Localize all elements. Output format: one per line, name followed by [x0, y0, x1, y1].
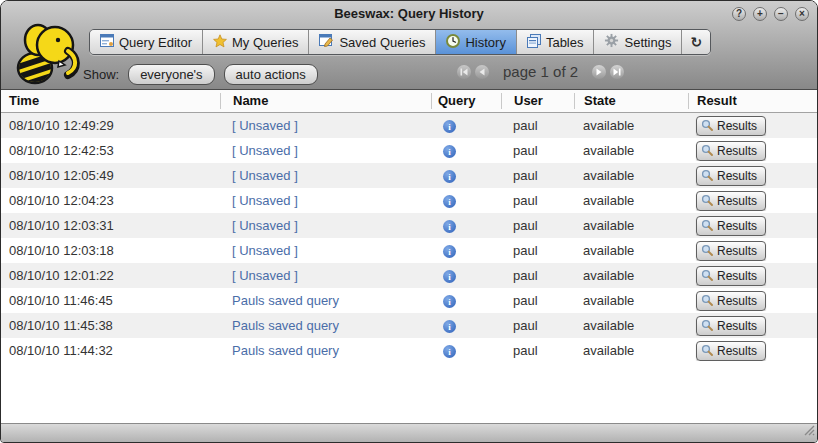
table-row: 08/10/10 12:05:49 [ Unsaved ] i paul ava…: [1, 163, 817, 188]
first-page-icon[interactable]: [457, 65, 471, 79]
table-row: 08/10/10 11:44:32 Pauls saved query i pa…: [1, 338, 817, 363]
tab-label: Query Editor: [119, 35, 192, 50]
results-button[interactable]: Results: [696, 291, 766, 311]
resize-grip-icon[interactable]: [802, 422, 815, 440]
query-name-link[interactable]: Pauls saved query: [232, 293, 339, 308]
prev-page-icon[interactable]: [475, 65, 489, 79]
results-button[interactable]: Results: [696, 216, 766, 236]
user-cell: paul: [501, 143, 574, 158]
magnifier-icon: [701, 269, 714, 282]
tab-query-editor[interactable]: Query Editor: [90, 30, 202, 54]
magnifier-icon: [701, 144, 714, 157]
results-button[interactable]: Results: [696, 266, 766, 286]
info-icon[interactable]: i: [443, 120, 456, 133]
info-icon[interactable]: i: [443, 145, 456, 158]
table-header: Time Name Query User State Result: [1, 90, 817, 113]
query-name-link[interactable]: [ Unsaved ]: [232, 243, 298, 258]
show-label: Show:: [83, 67, 119, 82]
results-button[interactable]: Results: [696, 341, 766, 361]
info-icon[interactable]: i: [443, 245, 456, 258]
info-icon[interactable]: i: [443, 345, 456, 358]
results-button[interactable]: Results: [696, 166, 766, 186]
last-page-icon[interactable]: [610, 65, 624, 79]
tab-label: History: [465, 35, 505, 50]
tab-bar: Query Editor My Queries Saved Queries: [89, 29, 817, 55]
everyones-filter-button[interactable]: everyone's: [128, 64, 214, 85]
state-cell: available: [574, 143, 688, 158]
query-name-link[interactable]: [ Unsaved ]: [232, 268, 298, 283]
tab-history[interactable]: History: [435, 30, 515, 54]
close-button[interactable]: ×: [795, 7, 809, 21]
title-bar: Beeswax: Query History ? + − ×: [1, 1, 817, 27]
magnifier-icon: [701, 344, 714, 357]
magnifier-icon: [701, 169, 714, 182]
results-button[interactable]: Results: [696, 316, 766, 336]
tab-tables[interactable]: Tables: [516, 30, 594, 54]
time-cell: 08/10/10 12:01:22: [1, 268, 220, 283]
query-name-link[interactable]: [ Unsaved ]: [232, 168, 298, 183]
maximize-button[interactable]: +: [753, 7, 767, 21]
info-icon[interactable]: i: [443, 170, 456, 183]
query-name-link[interactable]: [ Unsaved ]: [232, 143, 298, 158]
clock-icon: [446, 34, 460, 51]
query-name-link[interactable]: Pauls saved query: [232, 343, 339, 358]
column-header-query: Query: [431, 93, 501, 109]
auto-actions-filter-button[interactable]: auto actions: [224, 64, 318, 85]
status-bar: [1, 423, 817, 442]
table-row: 08/10/10 12:03:18 [ Unsaved ] i paul ava…: [1, 238, 817, 263]
results-button[interactable]: Results: [696, 241, 766, 261]
info-icon[interactable]: i: [443, 220, 456, 233]
time-cell: 08/10/10 12:04:23: [1, 193, 220, 208]
empty-content-area: [1, 363, 817, 423]
state-cell: available: [574, 268, 688, 283]
table-row: 08/10/10 12:49:29 [ Unsaved ] i paul ava…: [1, 113, 817, 138]
user-cell: paul: [501, 293, 574, 308]
info-icon[interactable]: i: [443, 295, 456, 308]
window-controls: ? + − ×: [732, 7, 809, 21]
beeswax-window: Beeswax: Query History ? + − ×: [0, 0, 818, 443]
query-name-link[interactable]: Pauls saved query: [232, 318, 339, 333]
query-editor-icon: [100, 34, 114, 50]
state-cell: available: [574, 218, 688, 233]
minimize-button[interactable]: −: [774, 7, 788, 21]
user-cell: paul: [501, 343, 574, 358]
info-icon[interactable]: i: [443, 195, 456, 208]
help-button[interactable]: ?: [732, 7, 746, 21]
page-indicator: page 1 of 2: [503, 63, 578, 80]
magnifier-icon: [701, 294, 714, 307]
time-cell: 08/10/10 12:05:49: [1, 168, 220, 183]
magnifier-icon: [701, 244, 714, 257]
column-header-name: Name: [220, 93, 431, 109]
tab-settings[interactable]: Settings: [593, 30, 681, 54]
saved-queries-icon: [319, 34, 334, 50]
query-name-link[interactable]: [ Unsaved ]: [232, 218, 298, 233]
time-cell: 08/10/10 11:45:38: [1, 318, 220, 333]
table-row: 08/10/10 12:42:53 [ Unsaved ] i paul ava…: [1, 138, 817, 163]
tab-my-queries[interactable]: My Queries: [202, 30, 308, 54]
table-row: 08/10/10 11:45:38 Pauls saved query i pa…: [1, 313, 817, 338]
magnifier-icon: [701, 219, 714, 232]
query-name-link[interactable]: [ Unsaved ]: [232, 193, 298, 208]
time-cell: 08/10/10 11:44:32: [1, 343, 220, 358]
results-button[interactable]: Results: [696, 116, 766, 136]
magnifier-icon: [701, 194, 714, 207]
state-cell: available: [574, 293, 688, 308]
refresh-icon: ↻: [690, 34, 702, 50]
state-cell: available: [574, 243, 688, 258]
window-chrome: Beeswax: Query History ? + − ×: [1, 1, 817, 90]
user-cell: paul: [501, 218, 574, 233]
refresh-button[interactable]: ↻: [681, 30, 710, 54]
pagination: page 1 of 2: [453, 63, 624, 80]
tab-label: My Queries: [232, 35, 298, 50]
tables-icon: [527, 34, 541, 51]
results-button[interactable]: Results: [696, 191, 766, 211]
info-icon[interactable]: i: [443, 320, 456, 333]
state-cell: available: [574, 343, 688, 358]
state-cell: available: [574, 168, 688, 183]
results-button[interactable]: Results: [696, 141, 766, 161]
query-name-link[interactable]: [ Unsaved ]: [232, 118, 298, 133]
table-row: 08/10/10 12:01:22 [ Unsaved ] i paul ava…: [1, 263, 817, 288]
tab-saved-queries[interactable]: Saved Queries: [308, 30, 435, 54]
next-page-icon[interactable]: [592, 65, 606, 79]
info-icon[interactable]: i: [443, 270, 456, 283]
